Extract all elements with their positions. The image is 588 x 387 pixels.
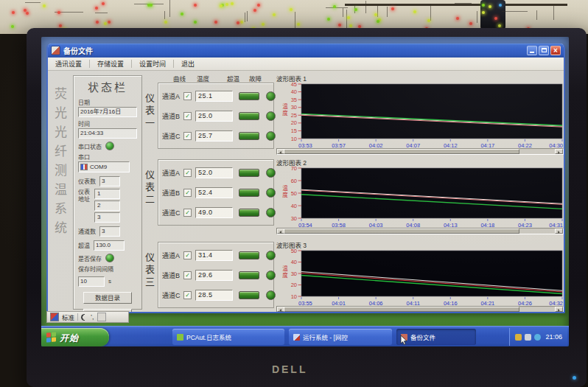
- schematic-line: [430, 4, 431, 21]
- svg-text:04:13: 04:13: [444, 222, 458, 228]
- channel-label: 通道A: [162, 168, 183, 178]
- app-window: 备份文件 通讯设置 存储设置 设置时间 退出: [46, 43, 565, 313]
- scroll-right-button[interactable]: [555, 307, 563, 312]
- menu-storage-settings[interactable]: 存储设置: [90, 59, 131, 69]
- tray-icon-2[interactable]: [525, 334, 531, 341]
- curve-checkbox[interactable]: [183, 132, 192, 140]
- svg-text:温: 温: [282, 265, 288, 272]
- scrollbar-thumb[interactable]: [284, 149, 519, 154]
- scrollbar-thumb[interactable]: [284, 229, 519, 234]
- curve-checkbox[interactable]: [183, 169, 192, 177]
- svg-text:10: 10: [291, 136, 297, 142]
- temperature-field: 28.5: [195, 290, 233, 301]
- taskbar-item-log-system[interactable]: PCAut.日志系统: [172, 329, 284, 345]
- svg-text:03:53: 03:53: [298, 142, 312, 148]
- ime-language-bar[interactable]: 标准: [46, 311, 129, 323]
- punctuation-toggle-icon[interactable]: [91, 314, 94, 320]
- status-panel-title: 状态栏: [78, 79, 137, 94]
- serial-port-select[interactable]: COM9: [78, 161, 130, 172]
- serial-port-value: COM9: [90, 164, 107, 170]
- overtemp-threshold-field[interactable]: 130.0: [94, 240, 125, 251]
- svg-text:50: 50: [291, 190, 297, 197]
- channel-label: 通道B: [162, 111, 183, 121]
- mimic-led: [391, 7, 394, 10]
- instrument-1-name: 仪表一: [144, 93, 156, 130]
- data-directory-button[interactable]: 数据目录: [83, 292, 132, 304]
- instrument-1-group: 通道A 25.1 通道B 25.0 通道C 25.7: [158, 83, 274, 149]
- channel-row: 通道C 49.0: [162, 204, 273, 220]
- mimic-led: [102, 2, 105, 5]
- mimic-led: [333, 5, 336, 8]
- fullwidth-toggle-icon[interactable]: [81, 314, 88, 321]
- maximize-button[interactable]: [539, 46, 549, 55]
- save-interval-field[interactable]: 10: [78, 276, 105, 287]
- window-titlebar[interactable]: 备份文件: [48, 43, 564, 57]
- tray-icon-3[interactable]: [534, 334, 541, 341]
- svg-text:03:58: 03:58: [332, 222, 346, 228]
- mimic-led: [240, 21, 243, 24]
- ime-mode-icon[interactable]: [50, 313, 59, 321]
- svg-text:10: 10: [291, 293, 297, 300]
- overtemp-indicator: [239, 291, 259, 299]
- windows-flag-icon: [46, 332, 56, 342]
- curve-column-header: 曲线: [173, 74, 186, 83]
- close-button[interactable]: [550, 46, 561, 55]
- temperature-field: 25.7: [195, 130, 233, 142]
- taskbar-item-run-system[interactable]: 运行系统 - [网控: [289, 329, 392, 345]
- channel-count-label: 通道数: [78, 227, 96, 235]
- photo-scene: DELL 备份文件 通讯设置 存储设置: [0, 0, 588, 387]
- ime-options-button[interactable]: [97, 313, 106, 321]
- scrollbar-thumb[interactable]: [284, 307, 519, 312]
- scroll-right-button[interactable]: [555, 229, 563, 234]
- svg-text:20: 20: [291, 119, 297, 126]
- mimic-led: [95, 7, 98, 10]
- curve-checkbox[interactable]: [183, 92, 192, 100]
- schematic-line: [169, 0, 170, 17]
- mimic-led: [24, 9, 27, 12]
- curve-checkbox[interactable]: [183, 291, 192, 299]
- channel-label: 通道A: [162, 251, 183, 260]
- start-button[interactable]: 开始: [41, 328, 109, 346]
- schematic-line: [164, 11, 165, 19]
- svg-text:温: 温: [282, 103, 288, 110]
- scroll-right-button[interactable]: [555, 149, 563, 154]
- chart-3-scrollbar[interactable]: [276, 306, 564, 313]
- schematic-line: [477, 11, 477, 23]
- channel-label: 通道C: [162, 290, 183, 300]
- svg-text:70: 70: [291, 166, 297, 172]
- instrument-3-name: 仪表三: [144, 252, 156, 290]
- curve-checkbox[interactable]: [183, 251, 192, 259]
- curve-checkbox[interactable]: [183, 271, 192, 279]
- overtemp-indicator: [239, 189, 259, 197]
- channel-label: 通道B: [162, 188, 183, 198]
- address-field-3[interactable]: 3: [94, 212, 120, 223]
- instrument-count-field[interactable]: 3: [99, 176, 120, 186]
- temperature-field: 52.0: [195, 167, 233, 178]
- svg-text:度: 度: [282, 191, 288, 198]
- chart-1-plot: 4540353025201510温度03:5303:5704:0204:0704…: [275, 82, 565, 148]
- chart-1-scrollbar[interactable]: [276, 148, 564, 155]
- channel-count-field[interactable]: 3: [99, 226, 120, 237]
- address-field-2[interactable]: 2: [94, 201, 120, 211]
- client-area: 荧光光纤测温系统 状态栏 日期 2016年7月16日 时间 21:04:33 串…: [48, 71, 564, 313]
- tray-icon-1[interactable]: [515, 334, 522, 341]
- system-tray: 21:06: [509, 328, 567, 346]
- mimic-led: [377, 20, 379, 23]
- menu-set-time[interactable]: 设置时间: [132, 59, 173, 69]
- menu-bar: 通讯设置 存储设置 设置时间 退出: [48, 57, 564, 71]
- monitor: DELL 备份文件 通讯设置 存储设置: [27, 28, 587, 387]
- channel-row: 通道A 31.4: [162, 247, 273, 263]
- curve-checkbox[interactable]: [183, 189, 192, 197]
- schematic-line: [343, 8, 343, 17]
- schematic-line: [95, 13, 108, 13]
- menu-exit[interactable]: 退出: [174, 59, 202, 69]
- curve-checkbox[interactable]: [183, 209, 192, 217]
- instrument-3-group: 通道A 31.4 通道B 29.6 通道C 28.5: [158, 242, 274, 308]
- curve-checkbox[interactable]: [183, 112, 192, 120]
- device-led: [499, 4, 502, 7]
- menu-comm-settings[interactable]: 通讯设置: [48, 59, 89, 69]
- address-field-1[interactable]: 1: [94, 189, 120, 199]
- minimize-button[interactable]: [527, 46, 537, 55]
- chart-2-scrollbar[interactable]: [276, 228, 564, 234]
- svg-text:03:54: 03:54: [298, 222, 312, 228]
